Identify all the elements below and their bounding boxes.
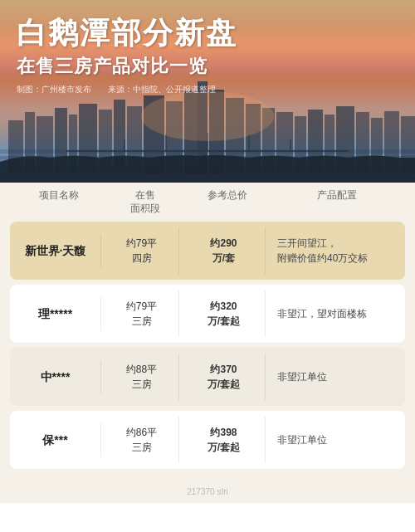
price-1: 约290 万/套: [183, 227, 266, 274]
source-left: 制图：广州楼市发布: [17, 84, 91, 95]
price-4: 约398 万/套起: [183, 417, 266, 463]
project-name-3: 中****: [10, 360, 101, 394]
title-overlay: 白鹅潭部分新盘 在售三房产品对比一览 制图：广州楼市发布 来源：中指院、公开报道…: [0, 0, 415, 183]
project-name-4: 保***: [10, 423, 101, 457]
watermark-text: 217370 sIri: [187, 487, 227, 496]
table-section: 项目名称 在售 面积段 参考总价 产品配置 新世界·天馥 约79平 四房 约29…: [0, 183, 415, 484]
table-row: 理***** 约79平 三房 约320 万/套起 非望江，望对面楼栋: [10, 285, 405, 343]
watermark-area: 217370 sIri: [0, 484, 415, 503]
source-line: 制图：广州楼市发布 来源：中指院、公开报道整理: [17, 84, 398, 95]
price-3: 约370 万/套起: [183, 354, 266, 400]
table-row: 中**** 约88平 三房 约370 万/套起 非望江单位: [10, 348, 405, 406]
project-name-1: 新世界·天馥: [10, 234, 101, 268]
project-name-2: 理*****: [10, 297, 101, 331]
sub-title: 在售三房产品对比一览: [17, 54, 398, 79]
area-3: 约88平 三房: [105, 354, 179, 400]
area-1: 约79平 四房: [105, 227, 179, 274]
feature-2: 非望江，望对面楼栋: [269, 298, 405, 329]
hero-section: 白鹅潭部分新盘 在售三房产品对比一览 制图：广州楼市发布 来源：中指院、公开报道…: [0, 0, 415, 183]
feature-4: 非望江单位: [269, 424, 405, 456]
table-row: 保*** 约86平 三房 约398 万/套起 非望江单位: [10, 411, 405, 469]
header-col3: 参考总价: [186, 189, 269, 215]
feature-3: 非望江单位: [269, 361, 405, 393]
header-col2: 在售 面积段: [108, 189, 183, 215]
header-col1: 项目名称: [13, 189, 105, 215]
area-4: 约86平 三房: [105, 417, 179, 463]
main-title: 白鹅潭部分新盘: [17, 15, 398, 51]
area-2: 约79平 三房: [105, 290, 179, 337]
header-col4: 产品配置: [272, 189, 402, 215]
table-row: 新世界·天馥 约79平 四房 约290 万/套 三开间望江，附赠价值约40万交标: [10, 222, 405, 280]
feature-1: 三开间望江，附赠价值约40万交标: [269, 227, 405, 274]
table-header: 项目名称 在售 面积段 参考总价 产品配置: [10, 183, 405, 222]
source-right: 来源：中指院、公开报道整理: [108, 84, 216, 95]
price-2: 约320 万/套起: [183, 290, 266, 337]
